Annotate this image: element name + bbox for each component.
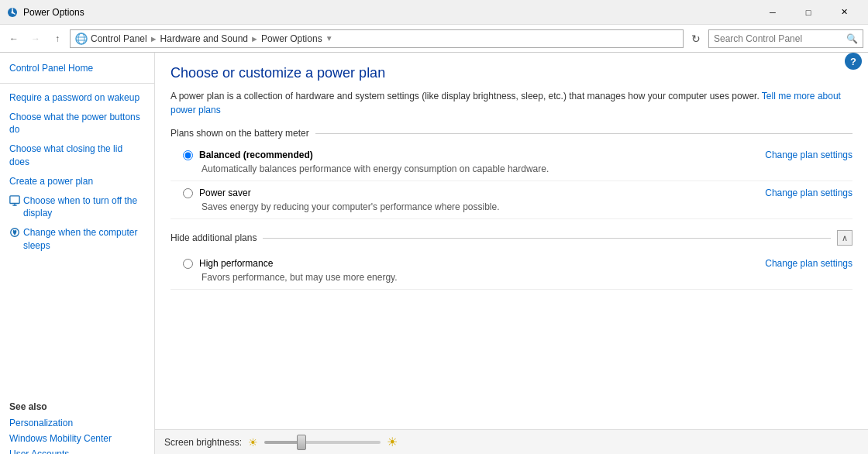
brightness-slider[interactable] <box>264 441 381 444</box>
brightness-bar: Screen brightness: ☀ ☀ <box>155 429 868 454</box>
brightness-low-icon: ☀ <box>248 436 258 449</box>
plan-power-saver-header: Power saver Change plan settings <box>183 187 852 198</box>
up-button[interactable]: ↑ <box>48 29 67 48</box>
sidebar-label: Control Panel Home <box>9 62 93 75</box>
plan-high-performance: High performance Change plan settings Fa… <box>170 252 852 290</box>
sidebar-item-turn-off-display[interactable]: Choose when to turn off the display <box>0 191 154 224</box>
plan-power-saver-radio[interactable] <box>183 188 193 198</box>
address-bar: ← → ↑ Control Panel ► Hardware and Sound… <box>0 25 868 53</box>
plan-power-saver-name: Power saver <box>199 187 251 198</box>
plan-balanced-label[interactable]: Balanced (recommended) <box>183 150 313 160</box>
path-hardware-sound[interactable]: Hardware and Sound <box>160 33 248 44</box>
close-button[interactable]: ✕ <box>826 0 862 25</box>
plan-high-performance-header: High performance Change plan settings <box>183 258 852 269</box>
sidebar-label: Change when the computer sleeps <box>23 226 145 253</box>
display-icon <box>9 195 20 210</box>
see-also-heading: See also <box>0 395 154 415</box>
plans-label: Plans shown on the battery meter <box>170 128 852 139</box>
back-button[interactable]: ← <box>5 29 23 48</box>
plan-power-saver: Power saver Change plan settings Saves e… <box>170 181 852 219</box>
plan-balanced-name: Balanced (recommended) <box>199 150 313 160</box>
window-title: Power Options <box>23 7 755 18</box>
hide-plans-label: Hide additional plans <box>170 232 257 243</box>
plan-high-performance-label[interactable]: High performance <box>183 258 273 269</box>
sidebar-label: Choose what closing the lid does <box>9 143 145 169</box>
plan-balanced-header: Balanced (recommended) Change plan setti… <box>183 150 852 160</box>
plan-power-saver-label[interactable]: Power saver <box>183 187 251 198</box>
sidebar-item-closing-lid[interactable]: Choose what closing the lid does <box>0 139 154 172</box>
sidebar-divider <box>0 83 154 84</box>
sidebar: Control Panel Home Require a password on… <box>0 53 155 454</box>
plan-high-performance-name: High performance <box>199 258 273 269</box>
plan-power-saver-desc: Saves energy by reducing your computer's… <box>202 201 852 212</box>
address-path: Control Panel ► Hardware and Sound ► Pow… <box>70 29 684 48</box>
refresh-button[interactable]: ↻ <box>687 29 705 48</box>
change-plan-power-saver-link[interactable]: Change plan settings <box>765 187 852 198</box>
search-box: 🔍 <box>708 29 863 48</box>
sidebar-label: Choose when to turn off the display <box>23 194 145 221</box>
brightness-thumb[interactable] <box>297 435 306 450</box>
plan-balanced-radio[interactable] <box>183 150 193 160</box>
sidebar-see-also-personalization[interactable]: Personalization <box>0 415 154 431</box>
brightness-high-icon: ☀ <box>387 435 398 449</box>
window-controls: ─ □ ✕ <box>755 0 862 25</box>
plan-balanced-desc: Automatically balances performance with … <box>202 163 852 174</box>
content-area: Choose or customize a power plan A power… <box>155 53 868 454</box>
svg-point-3 <box>78 33 84 44</box>
plan-balanced: Balanced (recommended) Change plan setti… <box>170 143 852 181</box>
hide-plans-divider <box>263 238 831 239</box>
svg-point-2 <box>76 33 87 44</box>
minimize-button[interactable]: ─ <box>755 0 790 25</box>
maximize-button[interactable]: □ <box>790 0 826 25</box>
app-icon <box>6 6 19 19</box>
hide-plans-chevron[interactable]: ∧ <box>837 230 852 246</box>
search-input[interactable] <box>714 33 846 44</box>
content-description: A power plan is a collection of hardware… <box>170 89 852 117</box>
help-button[interactable]: ? <box>845 53 862 70</box>
svg-point-1 <box>12 11 14 13</box>
sidebar-item-require-password[interactable]: Require a password on wakeup <box>0 88 154 108</box>
path-chevron[interactable]: ▼ <box>326 34 333 43</box>
page-title: Choose or customize a power plan <box>170 65 852 81</box>
sidebar-item-control-panel-home[interactable]: Control Panel Home <box>0 59 154 78</box>
sidebar-item-create-plan[interactable]: Create a power plan <box>0 172 154 191</box>
title-bar: Power Options ─ □ ✕ <box>0 0 868 25</box>
sidebar-see-also-mobility[interactable]: Windows Mobility Center <box>0 431 154 446</box>
main-container: Control Panel Home Require a password on… <box>0 53 868 454</box>
sidebar-item-computer-sleeps[interactable]: Change when the computer sleeps <box>0 223 154 256</box>
plan-high-performance-desc: Favors performance, but may use more ene… <box>202 272 852 283</box>
sidebar-see-also-user-accounts[interactable]: User Accounts <box>0 446 154 454</box>
change-plan-high-performance-link[interactable]: Change plan settings <box>765 258 852 269</box>
sidebar-label: Require a password on wakeup <box>9 91 140 105</box>
path-power-options[interactable]: Power Options <box>261 33 322 44</box>
path-control-panel[interactable]: Control Panel <box>91 33 147 44</box>
sleep-icon <box>9 227 20 242</box>
sidebar-label: Create a power plan <box>9 175 93 188</box>
search-icon: 🔍 <box>846 33 858 44</box>
forward-button[interactable]: → <box>26 29 45 48</box>
sidebar-label: Choose what the power buttons do <box>9 111 145 137</box>
brightness-label: Screen brightness: <box>164 437 242 448</box>
hide-additional-plans-row: Hide additional plans ∧ <box>170 230 852 246</box>
change-plan-balanced-link[interactable]: Change plan settings <box>765 150 852 160</box>
svg-rect-6 <box>10 195 19 203</box>
sidebar-item-power-buttons[interactable]: Choose what the power buttons do <box>0 108 154 140</box>
plan-high-performance-radio[interactable] <box>183 259 193 269</box>
see-also-section: See also Personalization Windows Mobilit… <box>0 395 154 454</box>
